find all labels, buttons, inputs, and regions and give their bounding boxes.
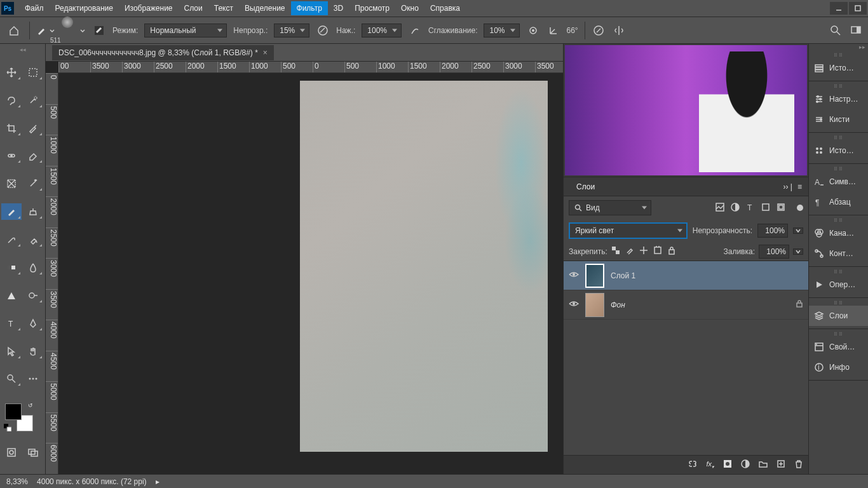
move-tool[interactable] xyxy=(1,64,22,81)
layer-opacity-input[interactable]: 100% xyxy=(757,224,788,238)
pen-tool[interactable] xyxy=(23,315,43,332)
fill-dropdown[interactable] xyxy=(793,248,803,255)
lock-pixels-icon[interactable] xyxy=(625,246,634,257)
frame-tool[interactable] xyxy=(1,175,22,192)
horizontal-ruler[interactable]: 0035003000250020001500100050005001000150… xyxy=(58,62,563,73)
menu-help[interactable]: Справка xyxy=(424,1,466,15)
default-colors-icon[interactable] xyxy=(4,424,11,431)
brush-tool[interactable] xyxy=(1,203,22,220)
panel-info[interactable]: iИнфо xyxy=(809,357,868,377)
panel-history-2[interactable]: Исто… xyxy=(809,140,868,161)
history-brush-tool[interactable] xyxy=(1,231,22,248)
group-icon[interactable] xyxy=(759,459,768,470)
layer-name[interactable]: Слой 1 xyxy=(611,271,635,280)
clone-stamp-tool[interactable] xyxy=(23,203,43,220)
smoothing-gear-icon[interactable] xyxy=(526,24,540,37)
zoom-tool[interactable] xyxy=(1,370,22,387)
close-tab-icon[interactable]: × xyxy=(263,48,268,57)
menu-view[interactable]: Просмотр xyxy=(349,1,395,15)
doc-dimensions[interactable]: 4000 пикс. x 6000 пикс. (72 ppi) xyxy=(37,477,147,486)
search-icon[interactable] xyxy=(829,24,843,37)
minimize-button[interactable] xyxy=(830,2,848,15)
layer-filter-select[interactable]: Вид xyxy=(569,200,651,215)
crop-tool[interactable] xyxy=(1,120,22,137)
visibility-icon[interactable] xyxy=(569,271,579,281)
visibility-icon[interactable] xyxy=(569,300,579,310)
lock-all-icon[interactable] xyxy=(667,246,676,257)
menu-select[interactable]: Выделение xyxy=(239,1,291,15)
mask-icon[interactable] xyxy=(723,459,732,470)
triangle-tool[interactable] xyxy=(1,287,22,304)
paint-bucket-tool[interactable] xyxy=(23,231,43,248)
panel-layers-collapsed[interactable]: Слои xyxy=(809,306,868,326)
menu-layers[interactable]: Слои xyxy=(179,1,208,15)
menu-text[interactable]: Текст xyxy=(208,1,239,15)
video-preview[interactable] xyxy=(565,45,807,175)
menu-edit[interactable]: Редактирование xyxy=(50,1,119,15)
menu-image[interactable]: Изображение xyxy=(119,1,179,15)
menu-file[interactable]: Файл xyxy=(19,1,50,15)
airbrush-icon[interactable] xyxy=(408,24,422,37)
screen-mode-icon[interactable] xyxy=(849,24,863,37)
opacity-dropdown[interactable] xyxy=(793,227,803,234)
swap-colors-icon[interactable]: ↺ xyxy=(28,402,33,409)
filter-pixel-icon[interactable] xyxy=(715,203,724,214)
lock-position-icon[interactable] xyxy=(639,246,648,257)
status-arrow-icon[interactable]: ▸ xyxy=(156,477,159,486)
filter-toggle[interactable] xyxy=(797,205,803,211)
panel-character[interactable]: AСимв… xyxy=(809,172,868,192)
link-layers-icon[interactable] xyxy=(688,459,697,470)
canvas-container[interactable]: 0035003000250020001500100050005001000150… xyxy=(46,62,563,474)
panel-channels[interactable]: Кана… xyxy=(809,223,868,243)
menu-window[interactable]: Окно xyxy=(395,1,424,15)
smoothing-input[interactable]: 10% xyxy=(484,24,519,37)
lock-transparent-icon[interactable] xyxy=(611,246,620,257)
layer-item[interactable]: Слой 1 xyxy=(564,261,808,290)
menu-filter[interactable]: Фильтр xyxy=(291,1,328,15)
blend-mode-dropdown[interactable]: Яркий свет xyxy=(569,222,688,239)
quick-mask-icon[interactable] xyxy=(1,444,22,461)
panel-adjustments[interactable]: Настр… xyxy=(809,89,868,109)
angle-icon[interactable] xyxy=(546,24,560,37)
document-tab[interactable]: DSC_006чччччччччччч8.jpg @ 8,33% (Слой 1… xyxy=(52,45,274,60)
vertical-ruler[interactable]: 0500100015002000250030003500400045005000… xyxy=(46,73,58,474)
eraser-tool[interactable] xyxy=(23,147,43,164)
layers-tab[interactable]: Слои xyxy=(570,179,601,195)
lasso-tool[interactable] xyxy=(1,92,22,109)
filter-adjust-icon[interactable] xyxy=(731,203,740,214)
toolbox-grip[interactable]: ◂◂ xyxy=(1,46,44,53)
quick-select-tool[interactable] xyxy=(23,92,43,109)
type-tool[interactable]: T xyxy=(1,315,22,332)
brush-preset-picker[interactable]: 511 xyxy=(62,17,73,44)
panel-brushes[interactable]: Кисти xyxy=(809,109,868,130)
marquee-tool[interactable] xyxy=(23,64,43,81)
blur-tool[interactable] xyxy=(23,259,43,276)
panel-paths[interactable]: Конт… xyxy=(809,243,868,264)
flow-input[interactable]: 100% xyxy=(362,24,402,37)
angle-value[interactable]: 66° xyxy=(567,26,578,35)
home-button[interactable] xyxy=(5,22,23,39)
maximize-button[interactable] xyxy=(849,2,867,15)
blend-mode-select[interactable]: Нормальный xyxy=(144,24,227,37)
zoom-level[interactable]: 8,33% xyxy=(6,477,28,486)
layer-name[interactable]: Фон xyxy=(611,301,625,309)
layer-item[interactable]: Фон xyxy=(564,290,808,320)
canvas[interactable] xyxy=(300,81,548,452)
brush-tool-icon[interactable] xyxy=(36,25,55,36)
new-layer-icon[interactable] xyxy=(776,459,785,470)
fx-icon[interactable]: fx▾ xyxy=(706,460,714,470)
menu-3d[interactable]: 3D xyxy=(328,1,349,15)
eyedropper-tool[interactable] xyxy=(23,120,43,137)
gradient-tool[interactable] xyxy=(1,259,22,276)
brush-settings-icon[interactable] xyxy=(92,24,106,37)
panel-actions[interactable]: Опер… xyxy=(809,274,868,295)
dodge-tool[interactable] xyxy=(23,287,43,304)
delete-icon[interactable] xyxy=(794,459,803,470)
more-tools[interactable] xyxy=(23,370,43,387)
lock-artboard-icon[interactable] xyxy=(653,246,662,257)
screen-mode-tool[interactable] xyxy=(23,444,43,461)
path-select-tool[interactable] xyxy=(1,343,22,360)
opacity-pressure-icon[interactable] xyxy=(316,24,330,37)
adjustment-icon[interactable] xyxy=(741,459,750,470)
filter-smart-icon[interactable] xyxy=(776,203,785,214)
